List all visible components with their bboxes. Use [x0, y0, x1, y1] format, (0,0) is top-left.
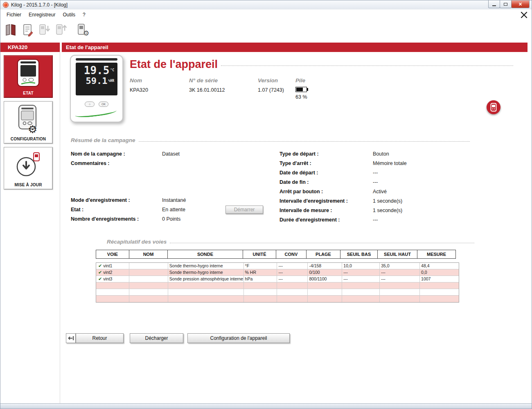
campaign-field-label: Etat : [71, 207, 162, 212]
cell-conv: --- [277, 276, 308, 282]
table-row[interactable]: ✔vint1 Sonde thermo-hygro interne °F ---… [96, 263, 459, 269]
campaign-field: Durée d'enregistrement :--- [280, 215, 527, 224]
campaign-field-label: Mode d'enregistrement : [71, 197, 162, 203]
cell-seuil-bas: 10,0 [342, 263, 380, 269]
campaign-field-value: --- [373, 217, 378, 223]
cell-sonde: Sonde thermo-hygro interne [168, 263, 244, 269]
close-button[interactable]: × [511, 0, 530, 8]
cell-seuil-haut: --- [380, 276, 420, 282]
campaign-field-label: Arrêt par bouton : [280, 189, 373, 194]
main-panel: Etat de l'appareil 19.5°C 59.1%HR ○ OK [62, 43, 527, 404]
gear-icon: ⚙ [83, 29, 89, 36]
campaign-field-value: Activé [373, 189, 387, 194]
col-header: SEUIL BAS [340, 250, 378, 259]
table-row[interactable]: ✔vint2 Sonde thermo-hygro interne % HR -… [96, 269, 459, 276]
page-header: Etat de l'appareil [62, 43, 527, 52]
configuration-appareil-button[interactable]: Configuration de l'appareil [187, 333, 290, 343]
new-campaign-button[interactable] [20, 22, 35, 38]
sidebar-item-label: ETAT [23, 91, 33, 95]
campaign-field: Intervalle de mesure :1 seconde(s) [280, 206, 527, 215]
table-row[interactable] [96, 282, 459, 289]
campaign-field-value: 0 Points [162, 216, 180, 222]
battery-percent: 63 % [295, 94, 307, 100]
recorder-config-icon: ⚙ [77, 23, 90, 36]
campaign-section-title: Résumé de la campagne [71, 137, 135, 143]
maximize-icon [504, 3, 507, 6]
field-pile: Pile 63 % [295, 77, 307, 100]
campaign-field: Intervalle d'enregistrement :1 seconde(s… [280, 196, 527, 206]
sidebar-item-configuration[interactable]: ⚙ CONFIGURATION [4, 101, 53, 144]
upload-recorder-button[interactable] [53, 22, 69, 38]
campaign-field: Date de fin :--- [280, 177, 527, 187]
menu-fichier[interactable]: Fichier [3, 10, 25, 19]
menu-outils[interactable]: Outils [59, 10, 79, 19]
campaign-field-label: Date de fin : [280, 179, 373, 185]
campaign-field-label: Type de départ : [280, 151, 373, 157]
demarrer-button[interactable]: Démarrer [225, 206, 263, 214]
campaign-field: Nom de la campagne : Dataset [71, 149, 280, 158]
cell-unite: % HR [244, 269, 277, 276]
campaign-field: Arrêt par bouton :Activé [280, 187, 527, 196]
retour-button[interactable]: Retour [76, 333, 124, 343]
table-row[interactable]: ✔vint3 Sonde pression atmosphérique inte… [96, 276, 459, 282]
campaign-field-value: Dataset [162, 151, 180, 157]
spacer [71, 168, 280, 195]
minimize-button[interactable] [488, 0, 500, 8]
dotted-separator [221, 66, 513, 66]
campaign-field-value: --- [373, 179, 378, 185]
close-document-icon[interactable] [521, 11, 527, 18]
campaign-field-label: Intervalle de mesure : [280, 208, 373, 213]
cell-sonde: Sonde pression atmosphérique interne [168, 276, 244, 282]
battery-fill [296, 88, 303, 91]
cell-seuil-bas: --- [342, 269, 380, 276]
col-header: SONDE [167, 250, 243, 259]
channels-table-body: ✔vint1 Sonde thermo-hygro interne °F ---… [96, 262, 459, 303]
table-row[interactable] [96, 296, 459, 302]
battery-icon [295, 87, 307, 92]
sidebar: KPA320 ETAT [0, 43, 60, 404]
cell-nom [129, 276, 168, 282]
return-icon-button[interactable] [66, 333, 76, 343]
device-name-header: KPA320 [0, 43, 60, 52]
decharger-button[interactable]: Décharger [130, 333, 183, 343]
field-label: Nom [130, 77, 189, 84]
cell-seuil-haut: 35,0 [380, 263, 420, 269]
cell-voie: ✔vint3 [96, 276, 129, 282]
sidebar-item-mise-a-jour[interactable]: MISE À JOUR [4, 147, 53, 190]
check-icon: ✔ [98, 263, 102, 268]
channels-section: Récapitulatif des voies VOIE NOM SONDE U… [62, 239, 527, 303]
device-panel: 19.5°C 59.1%HR ○ OK Etat de l'appareil [62, 52, 527, 137]
device-image: 19.5°C 59.1%HR ○ OK [70, 55, 123, 122]
check-icon: ✔ [98, 276, 102, 281]
device-status-badge [487, 100, 500, 114]
device-topbar [76, 58, 117, 61]
logger-icon [490, 103, 497, 112]
cell-voie: ✔vint2 [96, 269, 129, 276]
device-info: Etat de l'appareil Nom KPA320 N° de séri… [123, 55, 527, 137]
device-buttons: ○ OK [71, 102, 122, 107]
page-title: Etat de l'appareil [130, 58, 218, 71]
menu-aide[interactable]: ? [79, 10, 89, 19]
sidebar-item-etat[interactable]: ETAT [4, 55, 53, 98]
campaign-field: Nombre d'enregistrements : 0 Points [71, 214, 280, 224]
menubar: Fichier Enregistreur Outils ? [0, 9, 532, 20]
campaign-field-value: 1 seconde(s) [373, 208, 402, 213]
menu-enregistreur[interactable]: Enregistreur [25, 10, 59, 19]
window-title: Kilog - 2015.1.7.0 - [Kilog] [11, 2, 68, 8]
return-arrow-icon [68, 335, 74, 341]
campaign-field: Commentaires : [71, 158, 280, 168]
recorder-config-button[interactable]: ⚙ [76, 22, 91, 38]
cell-plage: 800/1100 [308, 276, 342, 282]
campaign-field-label: Nom de la campagne : [71, 151, 162, 157]
cell-plage: 0/100 [308, 269, 342, 276]
field-version: Version 1.07 (7243) [258, 77, 295, 100]
campaign-field-label: Intervalle d'enregistrement : [280, 198, 373, 204]
download-recorder-button[interactable] [36, 22, 52, 38]
cell-conv: --- [277, 269, 308, 276]
window-bottom-edge [0, 403, 532, 409]
table-row[interactable] [96, 289, 459, 296]
campaign-field-label: Date de départ : [280, 170, 373, 176]
field-nom: Nom KPA320 [130, 77, 189, 100]
maximize-button[interactable] [500, 0, 512, 8]
open-campaigns-button[interactable] [3, 22, 18, 38]
